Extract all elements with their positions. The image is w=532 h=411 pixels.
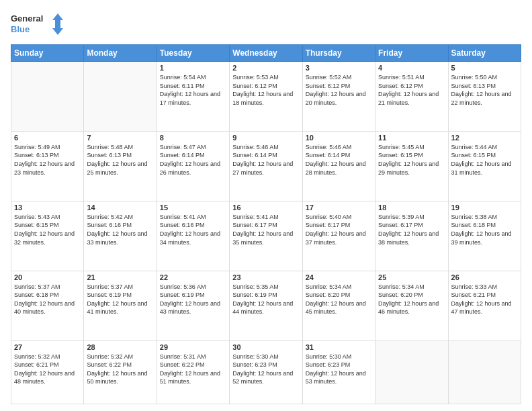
calendar-day-cell: 2Sunrise: 5:53 AM Sunset: 6:12 PM Daylig… [230, 62, 302, 132]
calendar-table: SundayMondayTuesdayWednesdayThursdayFrid… [11, 44, 521, 404]
calendar-day-cell: 27Sunrise: 5:32 AM Sunset: 6:21 PM Dayli… [11, 340, 84, 404]
calendar-week-row: 20Sunrise: 5:37 AM Sunset: 6:18 PM Dayli… [11, 271, 521, 340]
calendar-day-cell: 25Sunrise: 5:34 AM Sunset: 6:20 PM Dayli… [375, 271, 448, 340]
calendar-day-cell: 13Sunrise: 5:43 AM Sunset: 6:15 PM Dayli… [11, 201, 84, 271]
day-number: 11 [378, 134, 445, 142]
day-info: Sunrise: 5:45 AM Sunset: 6:15 PM Dayligh… [378, 143, 445, 177]
day-info: Sunrise: 5:39 AM Sunset: 6:17 PM Dayligh… [378, 213, 445, 246]
day-number: 30 [232, 343, 299, 351]
day-number: 6 [14, 134, 81, 142]
day-info: Sunrise: 5:52 AM Sunset: 6:12 PM Dayligh… [306, 73, 372, 107]
day-info: Sunrise: 5:37 AM Sunset: 6:18 PM Dayligh… [14, 283, 81, 316]
svg-marker-2 [52, 13, 63, 35]
day-info: Sunrise: 5:32 AM Sunset: 6:22 PM Dayligh… [87, 353, 153, 386]
calendar-day-cell: 20Sunrise: 5:37 AM Sunset: 6:18 PM Dayli… [11, 271, 84, 340]
day-info: Sunrise: 5:37 AM Sunset: 6:19 PM Dayligh… [87, 283, 153, 316]
day-of-week-header: Sunday [11, 45, 84, 62]
day-info: Sunrise: 5:46 AM Sunset: 6:14 PM Dayligh… [306, 143, 372, 177]
day-number: 27 [14, 343, 81, 351]
header: General Blue [11, 11, 521, 38]
calendar-day-cell: 7Sunrise: 5:48 AM Sunset: 6:13 PM Daylig… [84, 131, 157, 201]
day-number: 26 [451, 273, 518, 281]
day-number: 29 [160, 343, 226, 351]
day-info: Sunrise: 5:43 AM Sunset: 6:15 PM Dayligh… [14, 213, 81, 246]
calendar-day-cell: 16Sunrise: 5:41 AM Sunset: 6:17 PM Dayli… [230, 201, 302, 271]
day-info: Sunrise: 5:34 AM Sunset: 6:20 PM Dayligh… [306, 283, 372, 316]
day-number: 28 [87, 343, 153, 351]
day-number: 19 [451, 203, 518, 212]
day-info: Sunrise: 5:44 AM Sunset: 6:15 PM Dayligh… [451, 143, 518, 177]
day-of-week-header: Wednesday [230, 45, 302, 62]
calendar-day-cell [375, 340, 448, 404]
day-number: 25 [378, 273, 445, 281]
calendar-day-cell: 22Sunrise: 5:36 AM Sunset: 6:19 PM Dayli… [157, 271, 229, 340]
day-info: Sunrise: 5:47 AM Sunset: 6:14 PM Dayligh… [160, 143, 226, 177]
calendar-week-row: 1Sunrise: 5:54 AM Sunset: 6:11 PM Daylig… [11, 62, 521, 132]
calendar-day-cell: 6Sunrise: 5:49 AM Sunset: 6:13 PM Daylig… [11, 131, 84, 201]
day-of-week-header: Thursday [302, 45, 375, 62]
day-number: 15 [160, 203, 226, 212]
day-number: 2 [232, 64, 299, 72]
calendar-day-cell: 23Sunrise: 5:35 AM Sunset: 6:19 PM Dayli… [230, 271, 302, 340]
svg-text:Blue: Blue [11, 24, 30, 34]
logo: General Blue [11, 11, 64, 38]
calendar-day-cell: 30Sunrise: 5:30 AM Sunset: 6:23 PM Dayli… [230, 340, 302, 404]
logo-svg: General Blue [11, 11, 64, 38]
day-number: 13 [14, 203, 81, 212]
calendar-day-cell [448, 340, 521, 404]
day-number: 8 [160, 134, 226, 142]
day-number: 3 [306, 64, 372, 72]
day-info: Sunrise: 5:33 AM Sunset: 6:21 PM Dayligh… [451, 283, 518, 316]
day-info: Sunrise: 5:32 AM Sunset: 6:21 PM Dayligh… [14, 353, 81, 386]
calendar-day-cell: 5Sunrise: 5:50 AM Sunset: 6:13 PM Daylig… [448, 62, 521, 132]
calendar-day-cell: 28Sunrise: 5:32 AM Sunset: 6:22 PM Dayli… [84, 340, 157, 404]
day-of-week-header: Monday [84, 45, 157, 62]
day-info: Sunrise: 5:41 AM Sunset: 6:16 PM Dayligh… [160, 213, 226, 246]
calendar-day-cell [84, 62, 157, 132]
calendar-day-cell: 3Sunrise: 5:52 AM Sunset: 6:12 PM Daylig… [302, 62, 375, 132]
calendar-week-row: 13Sunrise: 5:43 AM Sunset: 6:15 PM Dayli… [11, 201, 521, 271]
calendar-day-cell: 26Sunrise: 5:33 AM Sunset: 6:21 PM Dayli… [448, 271, 521, 340]
day-number: 7 [87, 134, 153, 142]
day-number: 5 [451, 64, 518, 72]
day-info: Sunrise: 5:35 AM Sunset: 6:19 PM Dayligh… [232, 283, 299, 316]
calendar-day-cell: 21Sunrise: 5:37 AM Sunset: 6:19 PM Dayli… [84, 271, 157, 340]
day-number: 21 [87, 273, 153, 281]
calendar-day-cell: 12Sunrise: 5:44 AM Sunset: 6:15 PM Dayli… [448, 131, 521, 201]
day-number: 31 [306, 343, 372, 351]
day-number: 9 [232, 134, 299, 142]
day-of-week-header: Friday [375, 45, 448, 62]
day-info: Sunrise: 5:34 AM Sunset: 6:20 PM Dayligh… [378, 283, 445, 316]
day-info: Sunrise: 5:40 AM Sunset: 6:17 PM Dayligh… [306, 213, 372, 246]
day-of-week-header: Saturday [448, 45, 521, 62]
calendar-day-cell: 9Sunrise: 5:46 AM Sunset: 6:14 PM Daylig… [230, 131, 302, 201]
svg-text:General: General [11, 13, 43, 24]
day-info: Sunrise: 5:51 AM Sunset: 6:12 PM Dayligh… [378, 73, 445, 107]
day-of-week-header: Tuesday [157, 45, 229, 62]
day-info: Sunrise: 5:50 AM Sunset: 6:13 PM Dayligh… [451, 73, 518, 107]
day-info: Sunrise: 5:41 AM Sunset: 6:17 PM Dayligh… [232, 213, 299, 246]
day-number: 18 [378, 203, 445, 212]
calendar-day-cell: 24Sunrise: 5:34 AM Sunset: 6:20 PM Dayli… [302, 271, 375, 340]
day-number: 10 [306, 134, 372, 142]
calendar-day-cell: 11Sunrise: 5:45 AM Sunset: 6:15 PM Dayli… [375, 131, 448, 201]
day-number: 1 [160, 64, 226, 72]
day-number: 22 [160, 273, 226, 281]
calendar-day-cell: 31Sunrise: 5:30 AM Sunset: 6:23 PM Dayli… [302, 340, 375, 404]
calendar-day-cell: 4Sunrise: 5:51 AM Sunset: 6:12 PM Daylig… [375, 62, 448, 132]
day-info: Sunrise: 5:30 AM Sunset: 6:23 PM Dayligh… [306, 353, 372, 386]
day-number: 20 [14, 273, 81, 281]
calendar-day-cell: 15Sunrise: 5:41 AM Sunset: 6:16 PM Dayli… [157, 201, 229, 271]
calendar-week-row: 27Sunrise: 5:32 AM Sunset: 6:21 PM Dayli… [11, 340, 521, 404]
calendar-day-cell: 1Sunrise: 5:54 AM Sunset: 6:11 PM Daylig… [157, 62, 229, 132]
day-info: Sunrise: 5:48 AM Sunset: 6:13 PM Dayligh… [87, 143, 153, 177]
day-info: Sunrise: 5:49 AM Sunset: 6:13 PM Dayligh… [14, 143, 81, 177]
page: General Blue SundayMondayTuesdayWednesda… [0, 0, 532, 411]
calendar-day-cell: 18Sunrise: 5:39 AM Sunset: 6:17 PM Dayli… [375, 201, 448, 271]
day-info: Sunrise: 5:42 AM Sunset: 6:16 PM Dayligh… [87, 213, 153, 246]
day-number: 12 [451, 134, 518, 142]
calendar-day-cell: 14Sunrise: 5:42 AM Sunset: 6:16 PM Dayli… [84, 201, 157, 271]
day-number: 16 [232, 203, 299, 212]
calendar-week-row: 6Sunrise: 5:49 AM Sunset: 6:13 PM Daylig… [11, 131, 521, 201]
day-number: 14 [87, 203, 153, 212]
